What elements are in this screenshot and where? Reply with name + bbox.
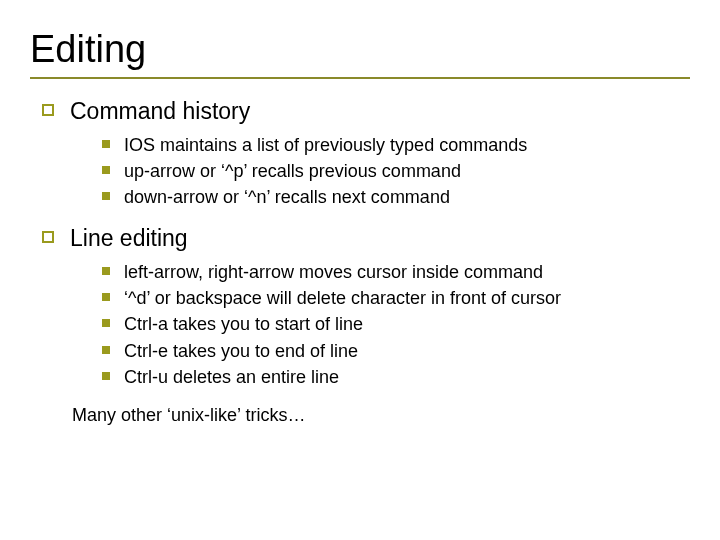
section-line-editing: Line editing bbox=[42, 224, 690, 254]
list-item: ‘^d’ or backspace will delete character … bbox=[102, 286, 690, 310]
title-rule bbox=[30, 77, 690, 79]
item-text: IOS maintains a list of previously typed… bbox=[124, 133, 527, 157]
section-heading: Line editing bbox=[70, 224, 188, 254]
square-solid-icon bbox=[102, 267, 110, 275]
list-item: IOS maintains a list of previously typed… bbox=[102, 133, 690, 157]
square-solid-icon bbox=[102, 166, 110, 174]
line-editing-items: left-arrow, right-arrow moves cursor ins… bbox=[102, 260, 690, 389]
square-solid-icon bbox=[102, 319, 110, 327]
item-text: down-arrow or ‘^n’ recalls next command bbox=[124, 185, 450, 209]
item-text: left-arrow, right-arrow moves cursor ins… bbox=[124, 260, 543, 284]
item-text: ‘^d’ or backspace will delete character … bbox=[124, 286, 561, 310]
item-text: Ctrl-u deletes an entire line bbox=[124, 365, 339, 389]
square-solid-icon bbox=[102, 293, 110, 301]
list-item: Ctrl-a takes you to start of line bbox=[102, 312, 690, 336]
square-outline-icon bbox=[42, 104, 54, 116]
section-heading: Command history bbox=[70, 97, 250, 127]
body-list: Command history IOS maintains a list of … bbox=[42, 97, 690, 389]
item-text: Ctrl-e takes you to end of line bbox=[124, 339, 358, 363]
square-outline-icon bbox=[42, 231, 54, 243]
slide-title: Editing bbox=[30, 28, 690, 71]
item-text: up-arrow or ‘^p’ recalls previous comman… bbox=[124, 159, 461, 183]
square-solid-icon bbox=[102, 346, 110, 354]
footer-note: Many other ‘unix-like’ tricks… bbox=[72, 403, 690, 427]
list-item: down-arrow or ‘^n’ recalls next command bbox=[102, 185, 690, 209]
item-text: Ctrl-a takes you to start of line bbox=[124, 312, 363, 336]
square-solid-icon bbox=[102, 372, 110, 380]
square-solid-icon bbox=[102, 192, 110, 200]
list-item: Ctrl-u deletes an entire line bbox=[102, 365, 690, 389]
section-command-history: Command history bbox=[42, 97, 690, 127]
square-solid-icon bbox=[102, 140, 110, 148]
slide: Editing Command history IOS maintains a … bbox=[0, 0, 720, 540]
command-history-items: IOS maintains a list of previously typed… bbox=[102, 133, 690, 210]
list-item: up-arrow or ‘^p’ recalls previous comman… bbox=[102, 159, 690, 183]
list-item: left-arrow, right-arrow moves cursor ins… bbox=[102, 260, 690, 284]
list-item: Ctrl-e takes you to end of line bbox=[102, 339, 690, 363]
